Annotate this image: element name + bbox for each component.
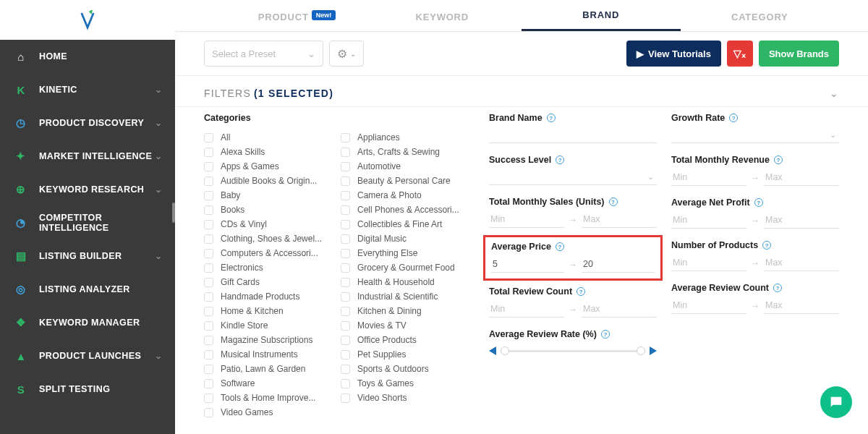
slider-increase-button[interactable]	[650, 346, 657, 355]
category-item[interactable]: Beauty & Personal Care	[341, 174, 472, 188]
min-input[interactable]	[671, 255, 746, 271]
category-item[interactable]: Video Games	[204, 405, 335, 420]
sidebar-item-kinetic[interactable]: KKINETIC⌄	[0, 73, 175, 106]
category-item[interactable]: Appliances	[341, 130, 472, 145]
checkbox[interactable]	[341, 350, 350, 359]
view-tutorials-button[interactable]: ▶ View Tutorials	[626, 41, 721, 67]
clear-filters-button[interactable]: ▽ₓ	[727, 41, 753, 67]
checkbox[interactable]	[341, 148, 350, 157]
show-brands-button[interactable]: Show Brands	[759, 41, 839, 67]
category-item[interactable]: Movies & TV	[341, 318, 472, 333]
category-item[interactable]: Video Shorts	[341, 391, 472, 405]
review-rate-slider[interactable]	[502, 350, 644, 352]
help-icon[interactable]: ?	[601, 330, 610, 339]
checkbox[interactable]	[204, 191, 213, 200]
sidebar-item-listing-analyzer[interactable]: ◎LISTING ANALYZER	[0, 273, 175, 306]
max-input[interactable]	[764, 297, 839, 314]
help-icon[interactable]: ?	[556, 156, 564, 164]
gear-settings-button[interactable]: ⚙ ⌄	[329, 41, 364, 67]
category-item[interactable]: Camera & Photo	[341, 188, 472, 203]
category-item[interactable]: Kindle Store	[204, 318, 335, 333]
slider-handle-max[interactable]	[637, 346, 645, 355]
filters-toggle[interactable]: FILTERS (1 SELECTED) ⌄	[175, 76, 868, 106]
category-item[interactable]: Grocery & Gourmet Food	[341, 260, 472, 275]
category-item[interactable]: Clothing, Shoes & Jewel...	[204, 231, 335, 246]
help-icon[interactable]: ?	[774, 156, 783, 164]
category-item[interactable]: Tools & Home Improve...	[204, 391, 335, 405]
category-item[interactable]: Office Products	[341, 333, 472, 347]
category-item[interactable]: Arts, Crafts & Sewing	[341, 145, 472, 159]
checkbox[interactable]	[341, 379, 350, 388]
slider-handle-min[interactable]	[501, 346, 509, 355]
category-item[interactable]: Toys & Games	[341, 376, 472, 391]
category-item[interactable]: Computers & Accessori...	[204, 246, 335, 260]
category-item[interactable]: Alexa Skills	[204, 145, 335, 159]
sidebar-item-split-testing[interactable]: SSPLIT TESTING	[0, 373, 175, 406]
sidebar-item-keyword-research[interactable]: ⊕KEYWORD RESEARCH⌄	[0, 173, 175, 206]
category-item[interactable]: Books	[204, 203, 335, 217]
checkbox[interactable]	[341, 292, 350, 302]
checkbox[interactable]	[341, 162, 350, 171]
help-icon[interactable]: ?	[609, 197, 618, 206]
checkbox[interactable]	[341, 176, 350, 186]
category-item[interactable]: Sports & Outdoors	[341, 362, 472, 376]
checkbox[interactable]	[204, 336, 213, 345]
tab-product[interactable]: PRODUCT New!	[204, 12, 363, 31]
category-item[interactable]: Gift Cards	[204, 275, 335, 289]
min-input[interactable]	[491, 256, 564, 273]
category-item[interactable]: Baby	[204, 188, 335, 203]
category-item[interactable]: Apps & Games	[204, 159, 335, 174]
category-item[interactable]: Pet Supplies	[341, 347, 472, 362]
checkbox[interactable]	[204, 263, 213, 273]
min-input[interactable]	[671, 297, 746, 314]
tab-category[interactable]: CATEGORY	[681, 12, 840, 31]
checkbox[interactable]	[204, 205, 213, 215]
chat-fab[interactable]	[820, 386, 852, 418]
brand-name-input[interactable]	[489, 127, 657, 143]
success-level-select[interactable]: ⌄	[489, 169, 657, 185]
checkbox[interactable]	[341, 336, 350, 345]
checkbox[interactable]	[204, 379, 213, 388]
max-input[interactable]	[582, 256, 655, 273]
category-item[interactable]: Home & Kitchen	[204, 304, 335, 318]
category-item[interactable]: Patio, Lawn & Garden	[204, 362, 335, 376]
sidebar-item-competitor-intelligence[interactable]: ◔COMPETITOR INTELLIGENCE	[0, 206, 175, 239]
max-input[interactable]	[582, 301, 657, 318]
checkbox[interactable]	[341, 278, 350, 287]
checkbox[interactable]	[204, 220, 213, 229]
checkbox[interactable]	[204, 162, 213, 171]
sidebar-item-market-intelligence[interactable]: ✦MARKET INTELLIGENCE⌄	[0, 140, 175, 173]
help-icon[interactable]: ?	[556, 242, 564, 251]
sidebar-item-keyword-manager[interactable]: ❖KEYWORD MANAGER	[0, 306, 175, 339]
checkbox[interactable]	[204, 292, 213, 302]
checkbox[interactable]	[341, 191, 350, 200]
checkbox[interactable]	[204, 278, 213, 287]
category-item[interactable]: CDs & Vinyl	[204, 217, 335, 231]
checkbox[interactable]	[341, 365, 350, 374]
min-input[interactable]	[671, 169, 746, 186]
preset-select[interactable]: Select a Preset ⌄	[204, 41, 323, 67]
checkbox[interactable]	[341, 321, 350, 331]
help-icon[interactable]: ?	[773, 284, 782, 292]
checkbox[interactable]	[204, 350, 213, 359]
checkbox[interactable]	[204, 307, 213, 316]
checkbox[interactable]	[204, 365, 213, 374]
sidebar-item-home[interactable]: ⌂HOME	[0, 40, 175, 73]
category-item[interactable]: Cell Phones & Accessori...	[341, 203, 472, 217]
sidebar-item-product-discovery[interactable]: ◷PRODUCT DISCOVERY⌄	[0, 106, 175, 140]
sidebar-item-product-launches[interactable]: ▲PRODUCT LAUNCHES⌄	[0, 339, 175, 373]
help-icon[interactable]: ?	[576, 287, 585, 296]
help-icon[interactable]: ?	[762, 241, 771, 250]
slider-decrease-button[interactable]	[489, 346, 496, 355]
max-input[interactable]	[764, 255, 839, 271]
tab-brand[interactable]: BRAND	[522, 9, 681, 31]
min-input[interactable]	[489, 301, 564, 318]
category-item[interactable]: Magazine Subscriptions	[204, 333, 335, 347]
category-item[interactable]: Handmade Products	[204, 289, 335, 304]
checkbox[interactable]	[204, 133, 213, 142]
min-input[interactable]	[671, 212, 746, 229]
sidebar-scrollbar-thumb[interactable]	[172, 203, 175, 223]
sidebar-item-listing-builder[interactable]: ▤LISTING BUILDER⌄	[0, 239, 175, 273]
max-input[interactable]	[582, 211, 657, 228]
checkbox[interactable]	[341, 249, 350, 258]
